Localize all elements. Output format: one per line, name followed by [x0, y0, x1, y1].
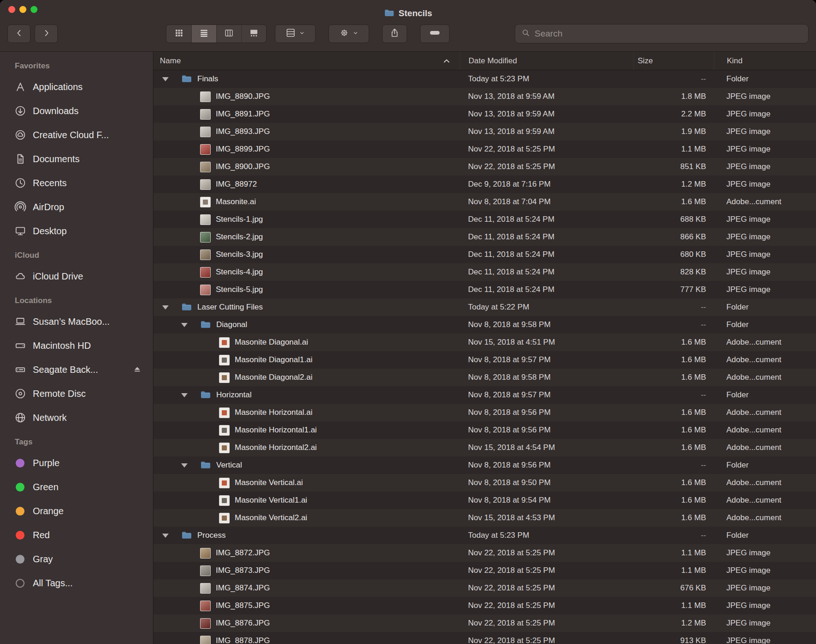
sidebar-item-downloads[interactable]: Downloads [0, 99, 153, 123]
sidebar-item-gray[interactable]: Gray [0, 547, 153, 571]
file-row[interactable]: Stencils-5.jpgDec 11, 2018 at 5:24 PM777… [153, 281, 816, 298]
list-view-button[interactable] [191, 25, 216, 43]
sidebar-item-icloud-drive[interactable]: iCloud Drive [0, 264, 153, 288]
sidebar-item-recents[interactable]: Recents [0, 171, 153, 195]
recents-icon [14, 177, 26, 189]
file-row[interactable]: Masonite Horizontal2.aiNov 15, 2018 at 4… [153, 439, 816, 456]
folder-icon [181, 302, 192, 313]
file-row[interactable]: IMG_8878.JPGNov 22, 2018 at 5:25 PM913 K… [153, 632, 816, 644]
file-row[interactable]: IMG_8893.JPGNov 13, 2018 at 9:59 AM1.9 M… [153, 123, 816, 140]
date-modified: Nov 13, 2018 at 9:59 AM [460, 109, 633, 119]
file-row[interactable]: IMG_8890.JPGNov 13, 2018 at 9:59 AM1.8 M… [153, 88, 816, 105]
file-row[interactable]: IMG_8899.JPGNov 22, 2018 at 5:25 PM1.1 M… [153, 140, 816, 158]
file-row-folder[interactable]: Laser Cutting FilesToday at 5:22 PM--Fol… [153, 298, 816, 316]
group-by-button[interactable] [275, 24, 316, 43]
zoom-button[interactable] [30, 6, 37, 13]
search-input[interactable] [535, 29, 802, 39]
back-button[interactable] [7, 24, 30, 43]
column-header-kind-label: Kind [727, 56, 743, 66]
sidebar-item-macintosh-hd[interactable]: Macintosh HD [0, 334, 153, 358]
indent-spacer [153, 255, 181, 255]
sidebar-item-all-tags[interactable]: All Tags... [0, 571, 153, 595]
file-row-folder[interactable]: HorizontalNov 8, 2018 at 9:57 PM--Folder [153, 386, 816, 404]
file-row[interactable]: Masonite.aiNov 8, 2018 at 7:04 PM1.6 MBA… [153, 193, 816, 211]
file-kind: Folder [714, 320, 816, 329]
file-row[interactable]: Masonite Diagonal2.aiNov 8, 2018 at 9:58… [153, 369, 816, 386]
column-header-date-modified[interactable]: Date Modified [460, 52, 633, 70]
file-row[interactable]: Masonite Diagonal1.aiNov 8, 2018 at 9:57… [153, 351, 816, 369]
sidebar-item-purple[interactable]: Purple [0, 451, 153, 475]
file-row-folder[interactable]: FinalsToday at 5:23 PM--Folder [153, 70, 816, 88]
gallery-view-icon [249, 28, 259, 40]
file-row[interactable]: IMG_8872.JPGNov 22, 2018 at 5:25 PM1.1 M… [153, 544, 816, 562]
column-view-button[interactable] [216, 25, 241, 43]
name-cell: Masonite Vertical.ai [153, 478, 460, 488]
file-size: 2.2 MB [633, 109, 714, 119]
sidebar-item-airdrop[interactable]: AirDrop [0, 195, 153, 219]
sidebar-item-documents[interactable]: Documents [0, 147, 153, 171]
image-thumbnail [200, 232, 211, 243]
column-header-name[interactable]: Name [153, 52, 460, 70]
column-header-kind[interactable]: Kind [714, 52, 816, 70]
file-row[interactable]: Stencils-4.jpgDec 11, 2018 at 5:24 PM828… [153, 263, 816, 281]
disclosure-triangle[interactable] [162, 305, 169, 310]
file-row[interactable]: IMG_8900.JPGNov 22, 2018 at 5:25 PM851 K… [153, 158, 816, 176]
file-row[interactable]: Masonite Horizontal.aiNov 8, 2018 at 9:5… [153, 404, 816, 421]
file-row[interactable]: Stencils-2.jpgDec 11, 2018 at 5:24 PM866… [153, 228, 816, 246]
disclosure-triangle[interactable] [181, 323, 188, 327]
close-button[interactable] [8, 6, 15, 13]
file-row[interactable]: IMG_8874.JPGNov 22, 2018 at 5:25 PM676 K… [153, 579, 816, 597]
sidebar-item-network[interactable]: Network [0, 406, 153, 430]
column-header-size[interactable]: Size [633, 52, 714, 70]
file-row[interactable]: Masonite Horizontal1.aiNov 8, 2018 at 9:… [153, 421, 816, 439]
file-row[interactable]: IMG_8891.JPGNov 13, 2018 at 9:59 AM2.2 M… [153, 105, 816, 123]
disclosure-triangle[interactable] [162, 77, 169, 81]
file-row-folder[interactable]: ProcessToday at 5:23 PM--Folder [153, 527, 816, 544]
file-size: 1.6 MB [633, 373, 714, 382]
name-cell: IMG_8891.JPG [153, 109, 460, 120]
file-row[interactable]: Stencils-1.jpgDec 11, 2018 at 5:24 PM688… [153, 211, 816, 228]
sidebar-item-seagate-back[interactable]: Seagate Back... [0, 358, 153, 382]
share-button[interactable] [382, 24, 407, 43]
minimize-button[interactable] [19, 6, 26, 13]
file-row[interactable]: Masonite Vertical2.aiNov 15, 2018 at 4:5… [153, 509, 816, 527]
action-menu-button[interactable] [329, 24, 369, 43]
name-cell: Masonite Horizontal2.ai [153, 443, 460, 453]
disclosure-triangle[interactable] [181, 463, 188, 468]
file-row[interactable]: Masonite Vertical1.aiNov 8, 2018 at 9:54… [153, 492, 816, 509]
search-field[interactable] [515, 24, 809, 43]
file-kind: Folder [714, 74, 816, 84]
disclosure-triangle[interactable] [162, 534, 169, 538]
gallery-view-button[interactable] [241, 25, 266, 43]
icon-view-button[interactable] [166, 25, 191, 43]
file-size: -- [633, 74, 714, 84]
sidebar-item-orange[interactable]: Orange [0, 499, 153, 523]
file-row[interactable]: IMG_8876.JPGNov 22, 2018 at 5:25 PM1.2 M… [153, 614, 816, 632]
file-kind: JPEG image [714, 127, 816, 136]
file-row[interactable]: Stencils-3.jpgDec 11, 2018 at 5:24 PM680… [153, 246, 816, 263]
sidebar-item-desktop[interactable]: Desktop [0, 219, 153, 243]
view-mode-segmented-control [166, 24, 267, 43]
file-row[interactable]: IMG_8873.JPGNov 22, 2018 at 5:25 PM1.1 M… [153, 562, 816, 579]
column-header-date-label: Date Modified [469, 56, 517, 66]
sidebar-item-label: AirDrop [33, 202, 64, 213]
sidebar-item-creative-cloud-f[interactable]: Creative Cloud F... [0, 123, 153, 147]
file-row-folder[interactable]: DiagonalNov 8, 2018 at 9:58 PM--Folder [153, 316, 816, 334]
eject-icon[interactable] [133, 365, 142, 374]
sidebar-item-green[interactable]: Green [0, 475, 153, 499]
file-row[interactable]: Masonite Vertical.aiNov 8, 2018 at 9:50 … [153, 474, 816, 492]
folder-icon [181, 73, 192, 85]
sidebar-item-red[interactable]: Red [0, 523, 153, 547]
sidebar-item-susan-s-macboo[interactable]: Susan’s MacBoo... [0, 310, 153, 334]
image-thumbnail [200, 109, 211, 120]
file-row[interactable]: Masonite Diagonal.aiNov 15, 2018 at 4:51… [153, 334, 816, 351]
file-row[interactable]: IMG_88972Dec 9, 2018 at 7:16 PM1.2 MBJPE… [153, 176, 816, 193]
file-row[interactable]: IMG_8875.JPGNov 22, 2018 at 5:25 PM1.1 M… [153, 597, 816, 614]
disclosure-triangle[interactable] [181, 393, 188, 397]
file-kind: JPEG image [714, 232, 816, 242]
edit-tags-button[interactable] [420, 24, 450, 43]
sidebar-item-applications[interactable]: Applications [0, 75, 153, 99]
forward-button[interactable] [35, 24, 58, 43]
sidebar-item-remote-disc[interactable]: Remote Disc [0, 382, 153, 406]
file-row-folder[interactable]: VerticalNov 8, 2018 at 9:56 PM--Folder [153, 456, 816, 474]
